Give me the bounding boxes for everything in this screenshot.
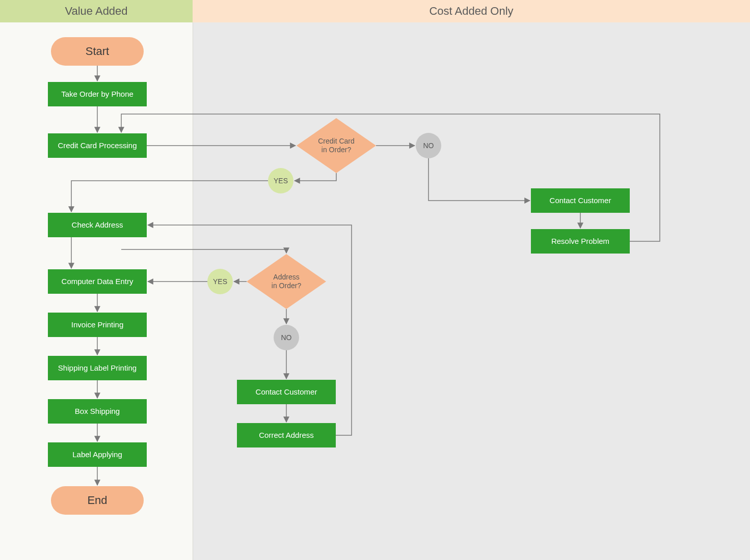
no-circle-cc: NO (416, 133, 441, 158)
decision-credit-card-label: Credit Cardin Order? (297, 118, 376, 173)
decision-address: Addressin Order? (247, 254, 326, 309)
process-contact-customer-right: Contact Customer (531, 188, 630, 213)
no-circle-addr: NO (274, 325, 299, 350)
yes-circle-cc: YES (268, 168, 293, 193)
process-label-applying: Label Applying (48, 442, 147, 467)
process-cc-processing: Credit Card Processing (48, 133, 147, 158)
yes-circle-addr: YES (207, 269, 233, 294)
process-computer-data-entry: Computer Data Entry (48, 269, 147, 294)
process-invoice-printing: Invoice Printing (48, 313, 147, 337)
process-shipping-label-printing: Shipping Label Printing (48, 356, 147, 380)
lane-header-cost-added: Cost Added Only (193, 0, 750, 22)
process-box-shipping: Box Shipping (48, 399, 147, 424)
start-terminator: Start (51, 37, 144, 66)
process-resolve-problem: Resolve Problem (531, 229, 630, 254)
end-terminator: End (51, 486, 144, 515)
decision-address-label: Addressin Order? (247, 254, 326, 309)
lane-header-value-added: Value Added (0, 0, 193, 22)
process-take-order: Take Order by Phone (48, 82, 147, 106)
flowchart-canvas: Value Added Cost Added Only Start Take O… (0, 0, 750, 560)
process-correct-address: Correct Address (237, 423, 336, 447)
decision-credit-card: Credit Cardin Order? (297, 118, 376, 173)
process-contact-customer-mid: Contact Customer (237, 380, 336, 404)
process-check-address: Check Address (48, 213, 147, 237)
